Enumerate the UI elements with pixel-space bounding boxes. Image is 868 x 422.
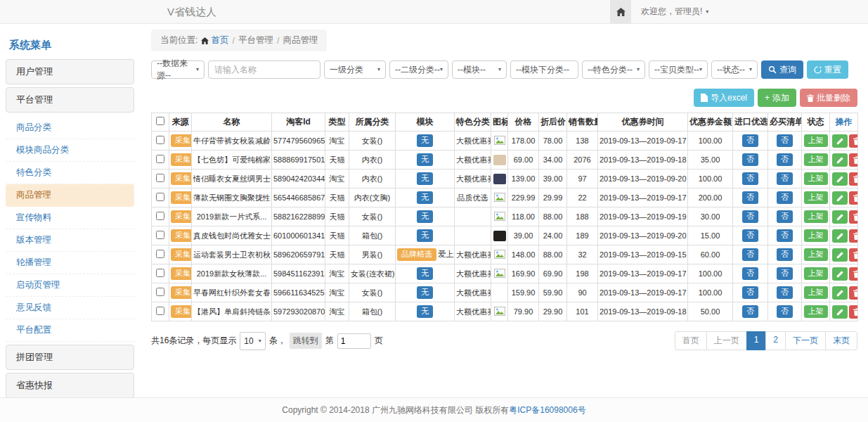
- item-type-select[interactable]: --宝贝类型-- ▾: [649, 60, 708, 79]
- sidebar-group-item[interactable]: 平台管理: [6, 87, 134, 113]
- reset-button[interactable]: 重置: [807, 60, 848, 79]
- page-number-input[interactable]: [337, 333, 371, 349]
- data-source-select[interactable]: --数据来源-- ▾: [151, 60, 205, 79]
- edit-button[interactable]: [832, 191, 848, 205]
- add-button[interactable]: + 添加: [758, 89, 796, 107]
- edit-button[interactable]: [832, 229, 848, 243]
- sidebar-group-item[interactable]: 用户管理: [6, 59, 134, 84]
- sidebar-sub-item[interactable]: 意见反馈: [6, 297, 134, 319]
- delete-button[interactable]: [849, 248, 858, 262]
- pager-item[interactable]: 上一页: [706, 331, 747, 350]
- sidebar-sub-item[interactable]: 宣传物料: [6, 207, 134, 229]
- status-badge[interactable]: 上架: [804, 286, 828, 298]
- sidebar-group-item[interactable]: 拼团管理: [6, 345, 134, 370]
- sidebar-sub-item[interactable]: 特色分类: [6, 162, 134, 184]
- must-buy-badge[interactable]: 否: [777, 286, 793, 298]
- row-checkbox[interactable]: [156, 307, 164, 315]
- sidebar-sub-item[interactable]: 启动页管理: [6, 274, 134, 297]
- delete-button[interactable]: [849, 267, 858, 281]
- status-badge[interactable]: 上架: [804, 153, 828, 165]
- pager-item[interactable]: 首页: [675, 331, 707, 350]
- page-size-select[interactable]: 10 ▾: [240, 332, 265, 350]
- pager-item[interactable]: 末页: [825, 331, 857, 350]
- delete-button[interactable]: [849, 172, 858, 186]
- import-badge[interactable]: 否: [742, 267, 758, 279]
- row-checkbox[interactable]: [156, 174, 164, 182]
- edit-button[interactable]: [832, 210, 848, 224]
- row-checkbox[interactable]: [156, 136, 164, 144]
- row-checkbox[interactable]: [156, 193, 164, 201]
- icp-link[interactable]: 粤ICP备16098006号: [509, 405, 585, 415]
- name-input[interactable]: [208, 60, 320, 79]
- delete-button[interactable]: [849, 286, 858, 300]
- breadcrumb-home-link[interactable]: 首页: [201, 34, 228, 46]
- edit-button[interactable]: [832, 286, 848, 300]
- pager-item[interactable]: 2: [765, 331, 786, 350]
- status-select[interactable]: --状态-- ▾: [711, 60, 758, 79]
- level2-category-select[interactable]: --二级分类-- ▾: [389, 60, 448, 79]
- delete-button[interactable]: [849, 134, 858, 148]
- edit-button[interactable]: [832, 267, 848, 281]
- level1-category-select[interactable]: 一级分类 ▾: [324, 60, 386, 79]
- sidebar-sub-item[interactable]: 版本管理: [6, 229, 134, 252]
- status-badge[interactable]: 上架: [804, 305, 828, 317]
- sidebar-sub-item[interactable]: 模块商品分类: [6, 139, 134, 162]
- import-badge[interactable]: 否: [742, 191, 758, 203]
- status-badge[interactable]: 上架: [804, 172, 828, 184]
- feature-category-select[interactable]: --特色分类-- ▾: [582, 60, 645, 79]
- jump-button[interactable]: 跳转到: [290, 333, 322, 349]
- import-badge[interactable]: 否: [742, 248, 758, 260]
- row-checkbox[interactable]: [156, 231, 164, 239]
- import-badge[interactable]: 否: [742, 210, 758, 222]
- import-excel-button[interactable]: 导入excel: [694, 89, 754, 107]
- sidebar-sub-item[interactable]: 轮播管理: [6, 252, 134, 274]
- search-button[interactable]: 查询: [761, 60, 803, 79]
- import-badge[interactable]: 否: [742, 153, 758, 165]
- import-badge[interactable]: 否: [742, 286, 758, 298]
- delete-button[interactable]: [849, 210, 858, 224]
- import-badge[interactable]: 否: [742, 305, 758, 317]
- must-buy-badge[interactable]: 否: [777, 210, 793, 222]
- delete-button[interactable]: [849, 305, 858, 319]
- must-buy-badge[interactable]: 否: [777, 172, 793, 184]
- status-badge[interactable]: 上架: [804, 134, 828, 146]
- must-buy-badge[interactable]: 否: [777, 248, 793, 260]
- edit-button[interactable]: [832, 305, 848, 319]
- edit-button[interactable]: [832, 134, 848, 148]
- row-checkbox[interactable]: [156, 155, 164, 163]
- delete-button[interactable]: [849, 153, 858, 167]
- user-dropdown[interactable]: 欢迎您，管理员! ▾: [631, 0, 718, 23]
- module-select[interactable]: --模块-- ▾: [452, 60, 507, 79]
- must-buy-badge[interactable]: 否: [777, 153, 793, 165]
- row-checkbox[interactable]: [156, 212, 164, 220]
- status-badge[interactable]: 上架: [804, 267, 828, 279]
- status-badge[interactable]: 上架: [804, 210, 828, 222]
- pager-item[interactable]: 下一页: [785, 331, 826, 350]
- delete-button[interactable]: [849, 191, 858, 205]
- status-badge[interactable]: 上架: [804, 191, 828, 203]
- sidebar-sub-item[interactable]: 商品分类: [6, 117, 134, 139]
- must-buy-badge[interactable]: 否: [777, 229, 793, 241]
- home-nav-button[interactable]: [610, 0, 631, 23]
- must-buy-badge[interactable]: 否: [777, 305, 793, 317]
- status-badge[interactable]: 上架: [804, 229, 828, 241]
- sidebar-sub-item[interactable]: 商品管理: [6, 184, 134, 207]
- module-sub-category-select[interactable]: --模块下分类--: [510, 60, 578, 79]
- select-all-checkbox[interactable]: [156, 117, 164, 125]
- batch-delete-button[interactable]: 批量删除: [800, 89, 857, 107]
- edit-button[interactable]: [832, 172, 848, 186]
- row-checkbox[interactable]: [156, 269, 164, 277]
- sidebar-group-item[interactable]: 省惠快报: [6, 373, 134, 398]
- pager-item[interactable]: 1: [746, 331, 767, 350]
- import-badge[interactable]: 否: [742, 172, 758, 184]
- row-checkbox[interactable]: [156, 288, 164, 296]
- must-buy-badge[interactable]: 否: [777, 134, 793, 146]
- import-badge[interactable]: 否: [742, 134, 758, 146]
- delete-button[interactable]: [849, 229, 858, 243]
- row-checkbox[interactable]: [156, 250, 164, 258]
- import-badge[interactable]: 否: [742, 229, 758, 241]
- must-buy-badge[interactable]: 否: [777, 191, 793, 203]
- edit-button[interactable]: [832, 248, 848, 262]
- sidebar-sub-item[interactable]: 平台配置: [6, 319, 134, 342]
- edit-button[interactable]: [832, 153, 848, 167]
